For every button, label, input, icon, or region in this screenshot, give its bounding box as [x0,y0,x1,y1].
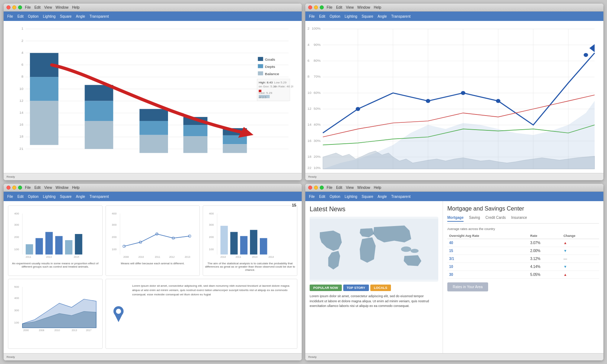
tb2-file[interactable]: File [309,14,315,18]
svg-text:16: 16 [307,139,311,143]
tb2-transparent[interactable]: Transparent [391,14,411,18]
tb3-edit[interactable]: Edit [17,195,23,199]
toolbar-option[interactable]: Option [28,14,38,18]
svg-point-94 [461,91,465,95]
maximize-button-4[interactable] [320,186,324,190]
toolbar-transparent[interactable]: Transparent [90,14,109,18]
tb4-file[interactable]: File [309,195,315,199]
world-map [310,217,438,282]
tab-locals[interactable]: LOCALS [370,285,391,291]
svg-text:12: 12 [20,99,23,103]
svg-text:Depts: Depts [265,65,275,68]
minimize-button-2[interactable] [314,5,318,9]
traffic-lights-1 [7,5,22,9]
mortgage-tab-credit-cards[interactable]: Credit Cards [486,216,506,222]
tb2-square[interactable]: Square [362,14,373,18]
window-small-charts: File Edit View Window Help File Edit Opt… [4,184,302,360]
rate-value-10: 4.14% [528,263,561,271]
close-button-3[interactable] [7,186,10,190]
minimize-button-4[interactable] [314,186,318,190]
tb4-option[interactable]: Option [330,195,340,199]
toolbar-lighting[interactable]: Lighting [43,14,56,18]
maximize-button-3[interactable] [18,186,22,190]
mortgage-tab-insurance[interactable]: Insurance [511,216,527,222]
maximize-button-1[interactable] [18,5,22,9]
svg-text:400: 400 [14,296,19,300]
menu-bar-2: File Edit View Window Help [327,5,381,9]
tab-top-story[interactable]: TOP STORY [343,285,369,291]
rates-in-your-area-button[interactable]: Rates in Your Area [447,282,488,291]
menu-bar-4: File Edit View Window Help [327,186,381,190]
svg-text:10%: 10% [314,166,320,170]
maximize-button-2[interactable] [320,5,324,9]
toolbar-square[interactable]: Square [60,14,72,18]
svg-text:10: 10 [20,87,23,91]
toolbar-angle[interactable]: Angle [76,14,85,18]
table-row: 40 3.07% ▲ [447,239,599,247]
tb2-lighting[interactable]: Lighting [345,14,357,18]
rate-value-15: 2.00% [528,247,561,255]
news-panel: Latest News [305,201,443,353]
tb3-option[interactable]: Option [28,195,38,199]
rates-subtitle: Average rates across the country [447,227,599,231]
tab-popular-now[interactable]: POPULAR NOW [310,285,342,291]
svg-text:70%: 70% [314,75,320,79]
svg-text:18: 18 [307,155,311,159]
svg-text:200: 200 [14,235,19,239]
title-bar-2: File Edit View Window Help [305,4,603,12]
close-button-2[interactable] [308,5,312,9]
toolbar-file[interactable]: File [7,14,13,18]
minimize-button-1[interactable] [12,5,16,9]
svg-text:300: 300 [14,223,19,226]
close-button-4[interactable] [308,186,312,190]
title-bar-1: File Edit View Window Help [4,4,302,12]
svg-text:High: 8.43: High: 8.43 [259,81,273,84]
svg-text:90%: 90% [314,43,320,47]
minimize-button-3[interactable] [12,186,16,190]
tb3-angle[interactable]: Angle [76,195,85,199]
statusbar-2: Ready [305,173,603,180]
tb3-lighting[interactable]: Lighting [43,195,56,199]
rate-name-10: 10 [447,263,528,271]
svg-text:on Rate: 40 2I: on Rate: 40 2I [274,85,293,88]
svg-rect-23 [30,77,59,101]
svg-text:40%: 40% [314,123,320,127]
menu-bar-1: File Edit View Window Help [25,5,79,9]
tb4-edit[interactable]: Edit [319,195,325,199]
small-chart-1: 400 300 200 100 2011 20 [8,205,103,276]
chart1-caption: An experiment usually results in some me… [10,262,100,268]
toolbar-edit[interactable]: Edit [17,14,23,18]
tb4-square[interactable]: Square [362,195,373,199]
mortgage-tab-saving[interactable]: Saving [469,216,480,222]
window-news-mortgage: File Edit View Window Help File Edit Opt… [305,184,603,360]
svg-rect-135 [250,230,257,255]
svg-rect-106 [55,236,63,255]
tb3-file[interactable]: File [7,195,13,199]
tb3-square[interactable]: Square [60,195,72,199]
tb4-angle[interactable]: Angle [378,195,387,199]
tb2-option[interactable]: Option [330,14,340,18]
svg-rect-30 [139,135,168,153]
rate-change-30: ▲ [562,271,599,279]
rate-name-15: 15 [447,247,528,255]
svg-text:2010: 2010 [220,256,226,258]
svg-marker-97 [589,44,595,52]
svg-rect-29 [139,121,168,135]
svg-text:400: 400 [14,212,19,215]
close-button-1[interactable] [7,5,10,9]
news-body: Lorem ipsum dolor sit amet, consectetur … [310,294,438,309]
svg-text:2: 2 [21,39,23,43]
tb2-angle[interactable]: Angle [378,14,387,18]
tb2-edit[interactable]: Edit [319,14,325,18]
svg-text:30%: 30% [314,139,320,143]
tb3-transparent[interactable]: Transparent [90,195,109,199]
svg-text:2011: 2011 [236,256,241,258]
mortgage-tab-mortgage[interactable]: Mortgage [447,216,464,222]
small-chart-4: 500 400 300 100 2006 2008 2010 2013 2017 [8,279,103,349]
toolbar-1: File Edit Option Lighting Square Angle T… [4,12,302,21]
tb4-lighting[interactable]: Lighting [345,195,357,199]
tb4-transparent[interactable]: Transparent [391,195,411,199]
svg-text:500: 500 [14,285,19,288]
news-tabs: POPULAR NOW TOP STORY LOCALS [310,285,438,291]
svg-rect-33 [183,136,207,153]
